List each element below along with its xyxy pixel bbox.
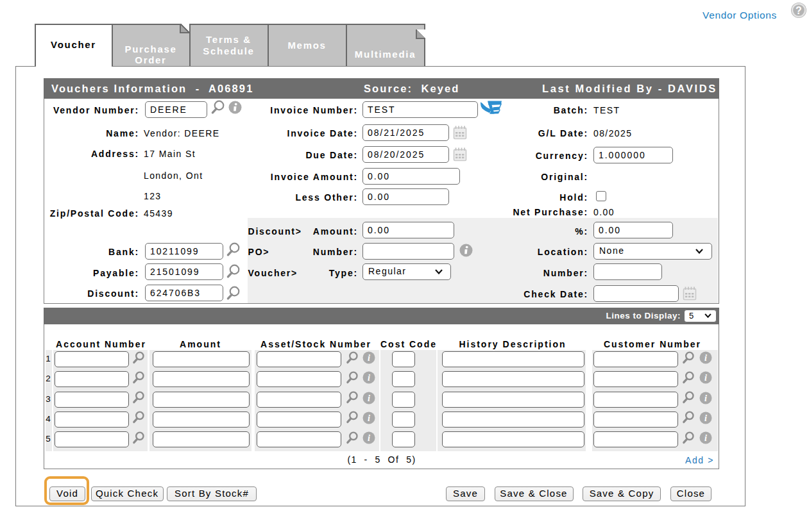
svg-text:i: i — [704, 372, 707, 383]
svg-text:i: i — [704, 353, 707, 363]
svg-text:i: i — [368, 413, 370, 423]
svg-text:i: i — [704, 393, 707, 403]
svg-text:i: i — [704, 433, 707, 443]
svg-text:i: i — [704, 413, 707, 423]
svg-text:i: i — [368, 393, 370, 403]
svg-text:?: ? — [796, 5, 802, 16]
svg-text:i: i — [368, 433, 370, 443]
svg-text:i: i — [368, 353, 370, 363]
svg-text:i: i — [368, 372, 370, 383]
